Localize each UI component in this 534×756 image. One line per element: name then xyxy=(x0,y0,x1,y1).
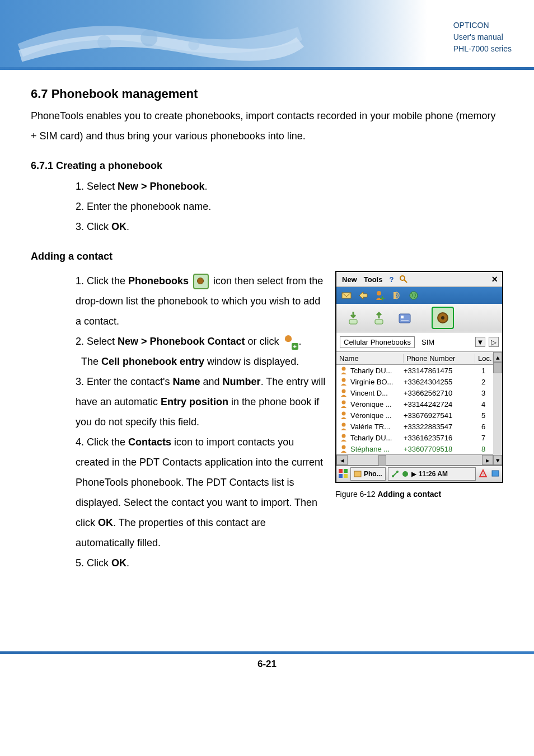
header-divider xyxy=(0,67,534,70)
adding-contact-heading: Adding a contact xyxy=(31,251,503,262)
svg-rect-14 xyxy=(401,316,404,318)
column-phone[interactable]: Phone Number xyxy=(404,354,475,363)
dropdown-next-icon[interactable]: ▷ xyxy=(489,337,499,347)
table-row[interactable]: Véronique ... +33144242724 4 xyxy=(336,398,493,410)
hscroll-thumb[interactable] xyxy=(378,455,386,466)
contact-phone: +33147861475 xyxy=(404,367,476,375)
svg-rect-28 xyxy=(339,474,343,478)
table-row[interactable]: Tcharly DU... +33147861475 1 xyxy=(336,365,493,376)
phonebook-selector-row: Cellular Phonebooks SIM ▼ ▷ xyxy=(336,332,502,352)
taskbar-clock-button[interactable]: ▶ 11:26 AM xyxy=(388,467,476,481)
table-row[interactable]: Véronique ... +33676927541 5 xyxy=(336,410,493,421)
nav-rolodex-icon[interactable] xyxy=(395,308,415,328)
connection-icon xyxy=(391,470,399,478)
manual-label: User's manual xyxy=(453,31,512,43)
svg-rect-11 xyxy=(349,320,357,324)
close-button[interactable]: × xyxy=(489,274,500,285)
nav-upload-icon[interactable] xyxy=(369,308,389,328)
toolbar-add-contact-icon[interactable] xyxy=(374,290,386,301)
svg-point-25 xyxy=(342,445,346,449)
menu-tools[interactable]: Tools xyxy=(360,275,386,284)
add-step-3: 3. Enter the contact's Name and Number. … xyxy=(76,372,327,432)
taskbar-app-button[interactable]: Pho... xyxy=(350,467,386,481)
svg-point-23 xyxy=(342,423,346,427)
table-row[interactable]: Vincent D... +33662562710 3 xyxy=(336,387,493,398)
vscroll-thumb[interactable] xyxy=(493,362,502,373)
toolbar-mail-icon[interactable] xyxy=(341,290,352,301)
contact-loc: 1 xyxy=(476,367,490,375)
svg-point-24 xyxy=(342,434,346,438)
status-dot-icon xyxy=(401,470,409,478)
contact-phone: +33662562710 xyxy=(404,389,476,397)
contact-icon xyxy=(339,444,348,453)
nav-phonebook-icon-selected[interactable] xyxy=(432,307,454,329)
contact-icon xyxy=(339,411,348,420)
contact-name: Tcharly DU... xyxy=(350,367,404,375)
toolbar-globe-icon[interactable] xyxy=(408,290,419,301)
contact-icon xyxy=(339,400,348,408)
table-row[interactable]: Valérie TR... +33322883547 6 xyxy=(336,421,493,432)
series-label: PHL-7000 series xyxy=(453,43,512,55)
svg-rect-35 xyxy=(492,471,499,476)
column-loc[interactable]: Loc. xyxy=(475,354,493,363)
contact-phone: +33322883547 xyxy=(404,422,476,431)
scroll-left-icon[interactable]: ◂ xyxy=(336,455,348,465)
contact-phone: +33607709518 xyxy=(404,445,476,453)
tray-icon-1[interactable]: ! xyxy=(478,468,488,480)
vertical-scrollbar[interactable]: ▴ ▾ xyxy=(493,352,502,465)
menubar: New Tools ? × xyxy=(336,272,502,287)
contact-phone: +33676927541 xyxy=(404,411,476,420)
svg-rect-9 xyxy=(394,292,396,299)
page-number: 6-21 xyxy=(0,659,534,681)
contact-name: Véronique ... xyxy=(350,411,404,420)
nav-download-icon[interactable] xyxy=(343,308,363,328)
contact-loc: 4 xyxy=(476,400,490,408)
add-step-5: 5. Click OK. xyxy=(76,553,327,573)
section-title: 6.7 Phonebook management xyxy=(31,87,503,101)
svg-point-33 xyxy=(402,471,408,477)
contact-loc: 6 xyxy=(476,422,490,431)
brand-name: OPTICON xyxy=(453,20,512,31)
menu-new[interactable]: New xyxy=(339,275,360,284)
toolbar-send-icon[interactable] xyxy=(358,290,369,301)
table-row[interactable]: Tcharly DU... +33616235716 7 xyxy=(336,432,493,443)
header-meta: OPTICON User's manual PHL-7000 series xyxy=(453,20,512,55)
svg-rect-29 xyxy=(344,474,348,478)
table-header-row: Name Phone Number Loc. xyxy=(336,352,493,365)
svg-point-3 xyxy=(400,276,405,280)
toolbar-signal-icon[interactable] xyxy=(391,290,402,301)
horizontal-scrollbar[interactable]: ◂ ▸ xyxy=(336,454,493,465)
scroll-right-icon[interactable]: ▸ xyxy=(482,455,493,465)
section-intro: PhoneTools enables you to create phonebo… xyxy=(31,106,503,146)
dropdown-chevron-icon[interactable]: ▼ xyxy=(475,337,485,347)
add-step-2: 2. Select New > Phonebook Contact or cli… xyxy=(76,331,327,351)
svg-point-17 xyxy=(441,316,444,320)
contact-icon xyxy=(339,422,348,431)
add-step-2-caption: The Cell phonebook entry window is displ… xyxy=(81,351,327,372)
menu-help[interactable]: ? xyxy=(386,275,397,284)
tray-icon-2[interactable] xyxy=(490,468,500,480)
magnifier-icon[interactable] xyxy=(399,275,408,284)
svg-line-4 xyxy=(404,280,407,283)
column-name[interactable]: Name xyxy=(336,354,404,363)
start-icon[interactable] xyxy=(338,468,348,480)
page-header-banner: OPTICON User's manual PHL-7000 series xyxy=(0,0,534,67)
svg-point-32 xyxy=(396,471,399,473)
svg-point-20 xyxy=(342,389,346,393)
scroll-down-icon[interactable]: ▾ xyxy=(493,455,502,465)
contact-name: Véronique ... xyxy=(350,400,404,408)
contact-name: Valérie TR... xyxy=(350,422,404,431)
svg-rect-26 xyxy=(339,469,343,473)
svg-point-1 xyxy=(140,30,157,46)
table-row[interactable]: Virginie BO... +33624304255 2 xyxy=(336,376,493,387)
svg-rect-27 xyxy=(344,469,348,473)
contact-loc: 7 xyxy=(476,434,490,442)
phonebook-select-current[interactable]: Cellular Phonebooks xyxy=(340,336,415,348)
phonebook-select-sim[interactable]: SIM xyxy=(418,337,438,348)
scroll-up-icon[interactable]: ▴ xyxy=(493,352,502,362)
svg-point-2 xyxy=(188,39,199,50)
contact-name: Virginie BO... xyxy=(350,378,404,386)
add-step-4: 4. Click the Contacts icon to import con… xyxy=(76,432,327,553)
table-row[interactable]: Stéphane ... +33607709518 8 xyxy=(336,443,493,454)
svg-point-0 xyxy=(97,35,111,49)
